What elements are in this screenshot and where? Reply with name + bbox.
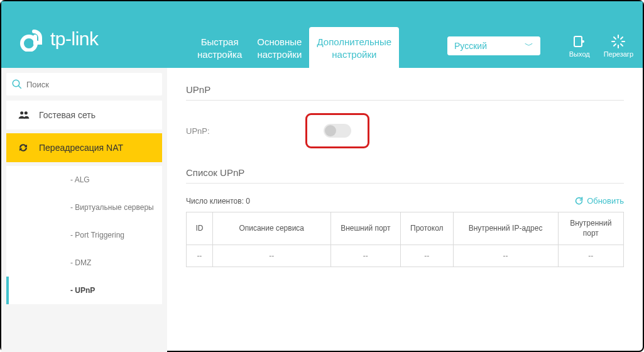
sidebar-sub-vservers[interactable]: - Виртуальные серверы [6,194,162,221]
tab-advanced[interactable]: Дополнительныенастройки [309,27,399,68]
tab-basic[interactable]: Основныенастройки [249,27,309,68]
table-header-row: ID Описание сервиса Внешний порт Протоко… [187,212,624,245]
cell-empty: -- [212,245,330,267]
svg-line-8 [621,44,623,46]
sidebar-item-label: Гостевая сеть [39,110,96,120]
logout-icon [569,33,590,50]
svg-point-14 [25,111,28,114]
sidebar-item-label: Переадресация NAT [39,143,123,153]
col-intport: Внутренний порт [558,212,623,245]
section-title-upnp: UPnP [186,84,624,95]
chevron-down-icon: ﹀ [525,40,533,52]
sidebar-sub-upnp[interactable]: - UPnP [6,277,162,304]
tab-quick-setup[interactable]: Быстраянастройка [190,27,249,68]
svg-point-11 [13,80,19,87]
svg-line-7 [614,37,616,39]
sidebar-sub-porttrig[interactable]: - Port Triggering [6,221,162,249]
search-input[interactable] [26,80,157,89]
cell-empty: -- [453,245,558,267]
sidebar-item-guest[interactable]: Гостевая сеть [6,101,162,129]
list-header: Число клиентов: 0 Обновить [186,196,624,206]
refresh-label: Обновить [587,196,624,206]
sidebar-sub-dmz[interactable]: - DMZ [6,249,162,277]
svg-line-9 [614,44,616,46]
clients-count: Число клиентов: 0 [186,197,250,206]
users-icon [18,110,31,120]
refresh-icon [574,196,584,206]
cell-empty: -- [401,245,454,267]
language-value: Русский [454,41,487,51]
col-extport: Внешний порт [330,212,400,245]
section-title-upnplist: Список UPnP [186,167,624,178]
content: UPnP UPnP: Список UPnP Число клиентов: 0… [167,68,643,352]
col-protocol: Протокол [401,212,454,245]
divider [186,100,624,101]
svg-line-10 [621,37,623,39]
divider [186,183,624,184]
refresh-icon [18,142,31,153]
svg-rect-1 [574,36,582,47]
language-select[interactable]: Русский ﹀ [447,36,540,55]
svg-point-13 [20,111,23,114]
cell-empty: -- [187,245,213,267]
sidebar-sub-alg[interactable]: - ALG [6,166,162,194]
logout-button[interactable]: Выход [569,33,590,58]
table-row: -- -- -- -- -- -- [187,245,624,267]
upnp-highlight [305,113,369,148]
header-actions: Выход Перезагр [569,33,633,58]
reboot-icon [604,33,633,50]
nav-tabs: Быстраянастройка Основныенастройки Допол… [190,27,399,68]
header: tp-link Быстраянастройка Основныенастрой… [1,1,643,68]
col-intip: Внутренний IP-адрес [453,212,558,245]
tplink-icon [20,26,45,52]
refresh-button[interactable]: Обновить [574,196,624,206]
upnp-row: UPnP: [186,113,624,148]
brand-text: tp-link [50,28,99,50]
toggle-knob [325,125,336,136]
col-id: ID [187,212,213,245]
col-desc: Описание сервиса [212,212,330,245]
reboot-label: Перезагр [604,50,633,58]
cell-empty: -- [558,245,623,267]
upnp-table: ID Описание сервиса Внешний порт Протоко… [186,212,624,267]
search-box[interactable] [6,73,162,96]
search-icon [11,79,23,90]
upnp-label: UPnP: [186,126,305,136]
cell-empty: -- [330,245,400,267]
svg-point-2 [582,40,584,43]
logout-label: Выход [569,50,590,58]
reboot-button[interactable]: Перезагр [604,33,633,58]
sidebar: Гостевая сеть Переадресация NAT - ALG - … [1,68,167,352]
svg-line-12 [18,85,21,89]
sidebar-item-nat[interactable]: Переадресация NAT [6,133,162,162]
upnp-toggle[interactable] [324,124,351,138]
brand-logo: tp-link [20,26,99,52]
